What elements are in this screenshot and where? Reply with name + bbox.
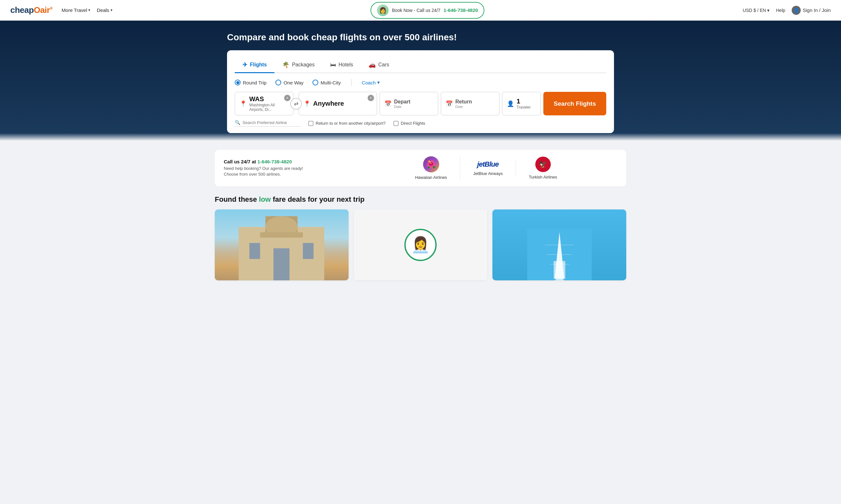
oneway-option[interactable]: One Way <box>275 79 303 85</box>
logo-registered: ® <box>50 6 53 11</box>
deals-button[interactable]: Deals ▾ <box>97 7 112 13</box>
more-travel-label: More Travel <box>62 7 87 13</box>
nav-links: More Travel ▾ Deals ▾ <box>62 7 112 13</box>
deal-card-left[interactable] <box>215 210 349 280</box>
tab-hotels-label: Hotels <box>338 62 353 68</box>
swap-button[interactable]: ⇄ <box>290 98 302 110</box>
tab-cars[interactable]: 🚗 Cars <box>361 58 397 73</box>
callout-phone[interactable]: 1-646-738-4820 <box>444 7 478 13</box>
turkish-airlines[interactable]: 🦅 Turkish Airlines <box>516 157 570 180</box>
call-desc-2: Choose from over 500 airlines. <box>224 172 355 177</box>
deals-grid: 👩‍💼 <box>215 210 626 280</box>
multicity-radio[interactable] <box>313 79 318 85</box>
class-button[interactable]: Coach ▾ <box>362 79 380 85</box>
tab-flights-label: Flights <box>250 62 267 68</box>
more-travel-chevron-icon: ▾ <box>88 8 90 12</box>
deal-card-right-image <box>492 210 626 280</box>
logo[interactable]: cheapOair® <box>10 5 53 15</box>
direct-checkbox[interactable] <box>393 121 399 126</box>
direct-checkbox-label: Direct Flights <box>401 121 425 126</box>
svg-rect-3 <box>250 243 260 259</box>
deals-highlight: low <box>259 195 271 203</box>
navbar: cheapOair® More Travel ▾ Deals ▾ 👩 Book … <box>0 0 841 21</box>
currency-chevron-icon: ▾ <box>767 8 769 13</box>
call-desc-1: Need help booking? Our agents are ready! <box>224 166 355 172</box>
hawaiian-airlines[interactable]: 🌺 Hawaiian Airlines <box>402 156 460 180</box>
airline-logos: 🌺 Hawaiian Airlines jetBlue JetBlue Airw… <box>355 156 617 180</box>
svg-rect-10 <box>554 261 565 279</box>
roundtrip-label: Round Trip <box>243 80 266 85</box>
help-link[interactable]: Help <box>776 8 785 13</box>
logo-cheap: cheap <box>10 5 34 15</box>
airline-search-input[interactable] <box>243 120 300 125</box>
more-travel-button[interactable]: More Travel ▾ <box>62 7 90 13</box>
depart-label: Depart <box>394 99 410 105</box>
travelers-content: 1 Traveler <box>516 98 531 110</box>
tab-packages[interactable]: 🌴 Packages <box>275 58 322 73</box>
to-location-icon: 📍 <box>303 100 311 107</box>
sign-in-button[interactable]: 👤 Sign In / Join <box>792 6 831 15</box>
multicity-label: Multi-City <box>320 80 341 85</box>
from-code: WAS <box>249 95 288 103</box>
callout-box[interactable]: 👩 Book Now - Call us 24/7 1-646-738-4820 <box>370 2 484 19</box>
to-clear-button[interactable]: × <box>368 95 374 101</box>
jetblue-logo-icon: jetBlue <box>477 160 498 168</box>
deals-chevron-icon: ▾ <box>111 8 112 12</box>
return-field[interactable]: 📅 Return Date <box>441 92 500 115</box>
direct-checkbox-option[interactable]: Direct Flights <box>393 121 425 126</box>
swap-icon: ⇄ <box>294 101 298 107</box>
call-phone[interactable]: 1-646-738-4820 <box>257 159 292 164</box>
return-checkbox-option[interactable]: Return to or from another city/airport? <box>308 121 386 126</box>
from-content: WAS Washington All Airports, Di... <box>249 95 288 112</box>
calendar-icon: 📅 <box>384 100 391 107</box>
multicity-option[interactable]: Multi-City <box>313 79 341 85</box>
divider <box>351 79 351 86</box>
call-title-text: Call us 24/7 at <box>224 159 256 164</box>
hero-title: Compare and book cheap flights on over 5… <box>227 32 614 42</box>
airline-search-field[interactable]: 🔍 <box>235 120 300 127</box>
deal-card-center[interactable]: 👩‍💼 <box>354 210 488 280</box>
return-checkbox-label: Return to or from another city/airport? <box>316 121 386 126</box>
return-checkbox[interactable] <box>308 121 313 126</box>
travelers-field[interactable]: 👤 1 Traveler <box>502 92 541 115</box>
currency-label: USD $ / EN <box>743 8 766 13</box>
packages-icon: 🌴 <box>282 61 289 68</box>
tab-hotels[interactable]: 🛏 Hotels <box>322 58 361 73</box>
logo-o: O <box>34 5 40 15</box>
call-info: Call us 24/7 at 1-646-738-4820 Need help… <box>224 159 355 177</box>
jetblue-airways[interactable]: jetBlue JetBlue Airways <box>460 160 516 176</box>
logo-air: air <box>40 5 50 15</box>
deal-card-right[interactable] <box>492 210 626 280</box>
class-chevron-icon: ▾ <box>377 79 380 85</box>
depart-sub: Date <box>394 105 410 109</box>
search-flights-label: Search Flights <box>554 100 596 107</box>
svg-rect-4 <box>303 243 314 259</box>
roundtrip-dot <box>236 81 239 84</box>
tab-packages-label: Packages <box>292 62 314 68</box>
from-field[interactable]: 📍 WAS Washington All Airports, Di... × <box>235 92 294 115</box>
extra-options: 🔍 Return to or from another city/airport… <box>235 120 606 127</box>
svg-rect-5 <box>274 248 290 280</box>
to-field[interactable]: 📍 Anywhere × <box>299 92 377 115</box>
hero: Compare and book cheap flights on over 5… <box>0 21 841 133</box>
hawaiian-label: Hawaiian Airlines <box>415 175 447 180</box>
depart-field[interactable]: 📅 Depart Date <box>380 92 438 115</box>
return-label: Return <box>455 99 472 105</box>
from-clear-button[interactable]: × <box>284 95 291 101</box>
currency-button[interactable]: USD $ / EN ▾ <box>743 8 769 13</box>
turkish-logo-icon: 🦅 <box>535 157 551 172</box>
class-label: Coach <box>362 80 376 85</box>
depart-content: Depart Date <box>394 99 410 109</box>
oneway-radio[interactable] <box>275 79 281 85</box>
search-flights-button[interactable]: Search Flights <box>543 92 606 115</box>
roundtrip-option[interactable]: Round Trip <box>235 79 266 85</box>
search-inputs: 📍 WAS Washington All Airports, Di... × ⇄… <box>235 92 606 115</box>
book-now-text: Book Now - Call us 24/7 <box>392 8 440 13</box>
roundtrip-radio[interactable] <box>235 79 241 85</box>
return-content: Return Date <box>455 99 472 109</box>
to-placeholder: Anywhere <box>313 100 344 107</box>
tab-flights[interactable]: ✈ Flights <box>235 58 275 73</box>
flights-icon: ✈ <box>243 61 247 68</box>
sign-in-label: Sign In / Join <box>803 7 831 13</box>
deal-card-left-image <box>215 210 349 280</box>
